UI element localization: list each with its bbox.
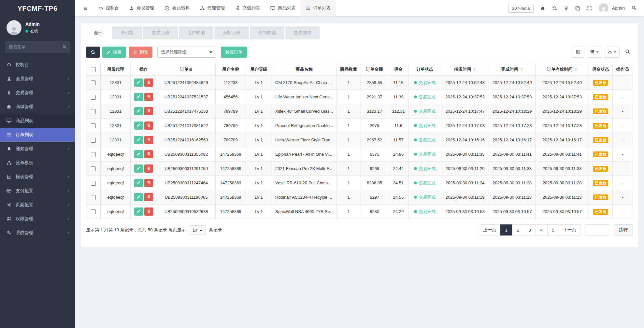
agent-filter-select[interactable]: 选择代理筛选 xyxy=(157,47,216,58)
pagination-page-3[interactable]: 3 xyxy=(524,224,536,235)
row-edit-button[interactable] xyxy=(134,78,143,87)
user-menu[interactable]: Admin xyxy=(599,3,625,13)
pagination-page-5[interactable]: 5 xyxy=(547,224,559,235)
page-jump-input[interactable] xyxy=(585,224,609,235)
row-checkbox[interactable] xyxy=(91,95,96,100)
navbar-item-member-wallet[interactable]: cc会员钱包 xyxy=(159,0,195,16)
table-row: 12331UB2512241037521537456456Lv 1Life Wa… xyxy=(86,90,633,104)
page-jump-button[interactable]: 跳转 xyxy=(614,224,633,235)
row-checkbox[interactable] xyxy=(91,209,96,214)
page-size-select[interactable]: 10 xyxy=(189,225,206,235)
status-badge: 交易完成 xyxy=(414,180,436,186)
content-area: 全部待付款交易完成用户取消强制完成强制取消交易冻结 编辑 删除 选择代理筛选 xyxy=(75,16,644,328)
navbar-item-recharge-list[interactable]: 充值列表 xyxy=(230,0,265,16)
tab-user-cancelled[interactable]: 用户取消 xyxy=(179,26,213,39)
unfreeze-order-button[interactable]: 解冻订单 xyxy=(221,47,247,58)
column-header-完成时间[interactable]: 完成时间 xyxy=(489,63,536,76)
row-delete-button[interactable] xyxy=(144,136,153,144)
sidebar-item-dashboard[interactable]: 控制台 xyxy=(0,58,75,72)
row-delete-button[interactable] xyxy=(144,179,153,187)
navbar-item-product-list[interactable]: 商品列表 xyxy=(265,0,301,16)
tab-frozen[interactable]: 交易冻结 xyxy=(285,26,320,39)
row-delete-button[interactable] xyxy=(144,93,153,101)
row-delete-button[interactable] xyxy=(144,121,153,130)
column-header-指派时间[interactable]: 指派时间 xyxy=(441,63,489,76)
row-edit-button[interactable] xyxy=(134,179,143,187)
tab-completed[interactable]: 交易完成 xyxy=(143,26,178,39)
edit-button[interactable]: 编辑 xyxy=(102,47,126,58)
row-checkbox[interactable] xyxy=(91,195,96,200)
site-selector[interactable]: 207-India xyxy=(508,4,534,13)
sidebar-item-page-config[interactable]: 页面配置‹ xyxy=(0,198,75,212)
row-checkbox[interactable] xyxy=(91,80,96,85)
column-header-订单有效时间[interactable]: 订单有效时间 xyxy=(535,63,589,76)
sidebar-item-payment-config[interactable]: 支付配置‹ xyxy=(0,184,75,198)
navbar-item-members[interactable]: 会员管理 xyxy=(124,0,159,16)
sidebar-item-permissions[interactable]: 权限管理‹ xyxy=(0,212,75,226)
row-delete-button[interactable] xyxy=(144,193,153,201)
navbar-item-dashboard[interactable]: 控制台 xyxy=(93,0,124,16)
row-edit-button[interactable] xyxy=(134,193,143,201)
select-all-checkbox[interactable] xyxy=(91,67,96,72)
sidebar-item-members[interactable]: 会员管理‹ xyxy=(0,72,75,86)
pagination-next[interactable]: 下一页 xyxy=(559,224,581,235)
export-dropdown-button[interactable] xyxy=(605,47,620,58)
search-toggle-button[interactable] xyxy=(622,47,633,58)
cell-quantity: 1 xyxy=(336,205,361,219)
tab-pending-payment[interactable]: 待付款 xyxy=(112,26,142,39)
refresh-button[interactable] xyxy=(86,47,100,58)
status-dot-icon xyxy=(414,167,417,170)
tab-all[interactable]: 全部 xyxy=(85,26,111,39)
row-edit-button[interactable] xyxy=(134,136,143,144)
row-delete-button[interactable] xyxy=(144,107,153,115)
row-checkbox[interactable] xyxy=(91,123,96,128)
row-checkbox[interactable] xyxy=(91,166,96,171)
pencil-icon xyxy=(137,80,141,85)
cell-commission: 24.51 xyxy=(388,176,408,190)
tab-force-cancelled[interactable]: 强制取消 xyxy=(250,26,284,39)
row-edit-button[interactable] xyxy=(134,93,143,101)
row-checkbox[interactable] xyxy=(91,138,96,143)
credit-card-icon xyxy=(6,188,12,193)
sidebar-item-mall[interactable]: 商城管理‹ xyxy=(0,100,75,114)
row-edit-button[interactable] xyxy=(134,150,143,158)
row-checkbox[interactable] xyxy=(91,152,96,157)
sidebar-item-notifications[interactable]: 通知管理‹ xyxy=(0,142,75,156)
sidebar-item-order-list[interactable]: 订单列表 xyxy=(0,128,75,142)
refresh-icon[interactable] xyxy=(552,6,557,11)
settings-cogs-icon[interactable] xyxy=(632,6,637,11)
hamburger-menu-icon[interactable]: ≡ xyxy=(79,5,91,12)
tab-force-completed[interactable]: 强制完成 xyxy=(214,26,249,39)
delete-button[interactable]: 删除 xyxy=(129,47,152,58)
row-edit-button[interactable] xyxy=(134,107,143,115)
row-edit-button[interactable] xyxy=(134,164,143,173)
toggle-pagination-button[interactable] xyxy=(572,47,584,58)
sidebar-item-product-list[interactable]: 商品列表 xyxy=(0,114,75,128)
pagination-page-2[interactable]: 2 xyxy=(512,224,524,235)
row-edit-button[interactable] xyxy=(134,207,143,216)
pagination-page-4[interactable]: 4 xyxy=(536,224,548,235)
fullscreen-icon[interactable] xyxy=(587,6,592,11)
copy-pages-icon[interactable] xyxy=(575,6,580,11)
columns-dropdown-button[interactable] xyxy=(587,47,602,58)
row-edit-button[interactable] xyxy=(134,121,143,130)
cell-commission-status: 已发放 xyxy=(589,119,612,133)
row-delete-button[interactable] xyxy=(144,78,153,87)
pagination-prev[interactable]: 上一页 xyxy=(479,224,501,235)
pagination-page-1[interactable]: 1 xyxy=(500,224,512,235)
navbar-item-order-list[interactable]: 订单列表 xyxy=(301,0,336,16)
trash-icon[interactable] xyxy=(564,6,568,11)
row-delete-button[interactable] xyxy=(144,164,153,173)
sidebar-item-system[interactable]: 系统管理‹ xyxy=(0,226,75,240)
sidebar-item-reports[interactable]: 报表管理‹ xyxy=(0,170,75,184)
row-checkbox[interactable] xyxy=(91,181,96,186)
navbar-item-agents[interactable]: 代理管理 xyxy=(195,0,230,16)
row-delete-button[interactable] xyxy=(144,150,153,158)
sidebar-item-order-template[interactable]: 抢单模板 xyxy=(0,156,75,170)
row-checkbox[interactable] xyxy=(91,109,96,114)
home-icon[interactable] xyxy=(540,6,545,11)
row-delete-button[interactable] xyxy=(144,207,153,216)
sidebar-item-transactions[interactable]: B交易管理‹ xyxy=(0,86,75,100)
table-row: eqfqeeqfUB2509300310532638147258369Lv 1S… xyxy=(86,205,633,219)
sidebar-search-input[interactable] xyxy=(5,41,70,53)
